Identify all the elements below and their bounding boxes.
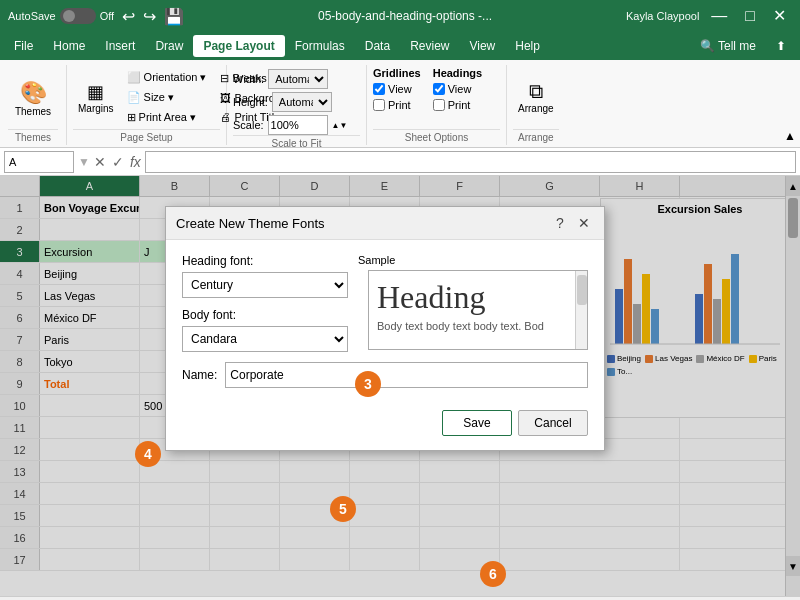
menu-data[interactable]: Data — [355, 35, 400, 57]
step-badge-4: 4 — [135, 441, 161, 467]
collapse-ribbon-button[interactable]: ▲ — [780, 127, 800, 145]
menu-formulas[interactable]: Formulas — [285, 35, 355, 57]
menu-help[interactable]: Help — [505, 35, 550, 57]
menu-review[interactable]: Review — [400, 35, 459, 57]
orientation-icon: ⬜ — [127, 71, 141, 84]
menu-view[interactable]: View — [459, 35, 505, 57]
save-icon[interactable]: 💾 — [164, 7, 184, 26]
maximize-button[interactable]: □ — [739, 0, 761, 32]
sample-body-text: Body text body text body text. Bod — [377, 320, 579, 332]
dialog-body: Heading font: Century Body font: Candara… — [166, 240, 604, 402]
autosave-knob — [63, 10, 75, 22]
arrange-button[interactable]: ⧉ Arrange — [513, 67, 559, 127]
themes-icon: 🎨 — [20, 80, 47, 106]
width-select[interactable]: Automatic — [268, 69, 328, 89]
themes-group: 🎨 Themes Themes — [0, 65, 67, 145]
autosave-label: AutoSave — [8, 10, 56, 22]
scale-to-fit-label: Scale to Fit — [233, 135, 360, 149]
gridlines-col: Gridlines View Print — [373, 67, 421, 111]
formula-input[interactable] — [145, 151, 796, 173]
dialog-title-buttons: ? ✕ — [550, 213, 594, 233]
headings-print-row: Print — [433, 99, 483, 111]
margins-icon: ▦ — [87, 81, 104, 103]
gridlines-view-checkbox[interactable] — [373, 83, 385, 95]
arrange-group: ⧉ Arrange Arrange — [507, 65, 565, 145]
menu-file[interactable]: File — [4, 35, 43, 57]
cancel-button[interactable]: Cancel — [518, 410, 588, 436]
formula-bar: ▼ ✕ ✓ fx — [0, 148, 800, 176]
menu-insert[interactable]: Insert — [95, 35, 145, 57]
height-row: Height: Automatic — [233, 92, 347, 112]
gridlines-label: Gridlines — [373, 67, 421, 79]
sample-scroll-thumb[interactable] — [577, 275, 587, 305]
insert-function-icon[interactable]: fx — [130, 154, 141, 170]
username: Kayla Claypool — [626, 10, 699, 22]
headings-print-checkbox[interactable] — [433, 99, 445, 111]
cancel-formula-icon[interactable]: ✕ — [94, 154, 106, 170]
height-select[interactable]: Automatic — [272, 92, 332, 112]
headings-view-row: View — [433, 83, 483, 95]
name-box[interactable] — [4, 151, 74, 173]
sample-scrollbar[interactable] — [575, 271, 587, 349]
dialog-create-theme-fonts: Create New Theme Fonts ? ✕ Heading font:… — [165, 206, 605, 451]
undo-icon[interactable]: ↩ — [122, 7, 135, 26]
gridlines-print-checkbox[interactable] — [373, 99, 385, 111]
headings-view-checkbox[interactable] — [433, 83, 445, 95]
menu-home[interactable]: Home — [43, 35, 95, 57]
dialog-buttons-area: Save Cancel — [166, 402, 604, 450]
dialog-help-button[interactable]: ? — [550, 213, 570, 233]
dialog-fields: Heading font: Century Body font: Candara — [182, 254, 348, 352]
formula-icons: ✕ ✓ fx — [94, 154, 141, 170]
print-area-icon: ⊞ — [127, 111, 136, 124]
sample-heading-text: Heading — [377, 279, 579, 316]
scale-to-fit-group: Width: Automatic Height: Automatic Scale… — [227, 65, 367, 145]
dialog-title: Create New Theme Fonts — [176, 216, 325, 231]
dialog-main-content: Heading font: Century Body font: Candara… — [182, 254, 588, 352]
width-row: Width: Automatic — [233, 69, 347, 89]
themes-label: Themes — [15, 106, 51, 117]
dialog-close-button[interactable]: ✕ — [574, 213, 594, 233]
title-bar-right: Kayla Claypool — □ ✕ — [626, 0, 792, 32]
sheet-tabs: ◀ ▶ Q1 Sales + ◀ ▶ — [0, 596, 800, 600]
ribbon: 🎨 Themes Themes ▦ Margins ⬜ Orientation … — [0, 60, 800, 148]
size-icon: 📄 — [127, 91, 141, 104]
page-setup-group: ▦ Margins ⬜ Orientation ▾ 📄 Size ▾ ⊞ Pri… — [67, 65, 227, 145]
page-setup-label: Page Setup — [73, 129, 220, 143]
headings-label: Headings — [433, 67, 483, 79]
autosave-area: AutoSave Off — [8, 8, 114, 24]
menu-page-layout[interactable]: Page Layout — [193, 35, 284, 57]
size-button[interactable]: 📄 Size ▾ — [121, 88, 213, 107]
body-font-label: Body font: — [182, 308, 348, 322]
dialog-overlay: 3 4 5 6 Create New Theme Fonts ? ✕ — [0, 176, 800, 596]
autosave-state: Off — [100, 10, 114, 22]
sheet-options-area: Gridlines View Print Headings View — [373, 67, 482, 111]
minimize-button[interactable]: — — [705, 0, 733, 32]
title-bar: AutoSave Off ↩ ↪ 💾 05-body-and-heading-o… — [0, 0, 800, 32]
arrange-icon: ⧉ — [529, 80, 543, 103]
sheet-options-label: Sheet Options — [373, 129, 500, 143]
formula-separator: ▼ — [78, 155, 90, 169]
close-button[interactable]: ✕ — [767, 0, 792, 32]
margins-button[interactable]: ▦ Margins — [73, 67, 119, 127]
menu-tell-me[interactable]: 🔍 Tell me — [690, 35, 766, 57]
scale-spinner[interactable]: ▲▼ — [332, 121, 348, 130]
sample-label: Sample — [358, 254, 588, 266]
sheet-options-group: Gridlines View Print Headings View — [367, 65, 507, 145]
menu-bar: File Home Insert Draw Page Layout Formul… — [0, 32, 800, 60]
themes-button[interactable]: 🎨 Themes — [8, 67, 58, 129]
confirm-formula-icon[interactable]: ✓ — [112, 154, 124, 170]
body-font-select[interactable]: Candara — [182, 326, 348, 352]
autosave-toggle[interactable] — [60, 8, 96, 24]
step-badge-6: 6 — [480, 561, 506, 587]
save-button[interactable]: Save — [442, 410, 512, 436]
name-input[interactable] — [225, 362, 588, 388]
heading-font-select[interactable]: Century — [182, 272, 348, 298]
menu-draw[interactable]: Draw — [145, 35, 193, 57]
gridlines-view-row: View — [373, 83, 421, 95]
print-area-button[interactable]: ⊞ Print Area ▾ — [121, 108, 213, 127]
redo-icon[interactable]: ↪ — [143, 7, 156, 26]
scale-input[interactable] — [268, 115, 328, 135]
share-icon[interactable]: ⬆ — [766, 35, 796, 57]
orientation-button[interactable]: ⬜ Orientation ▾ — [121, 68, 213, 87]
dialog-titlebar: Create New Theme Fonts ? ✕ — [166, 207, 604, 240]
